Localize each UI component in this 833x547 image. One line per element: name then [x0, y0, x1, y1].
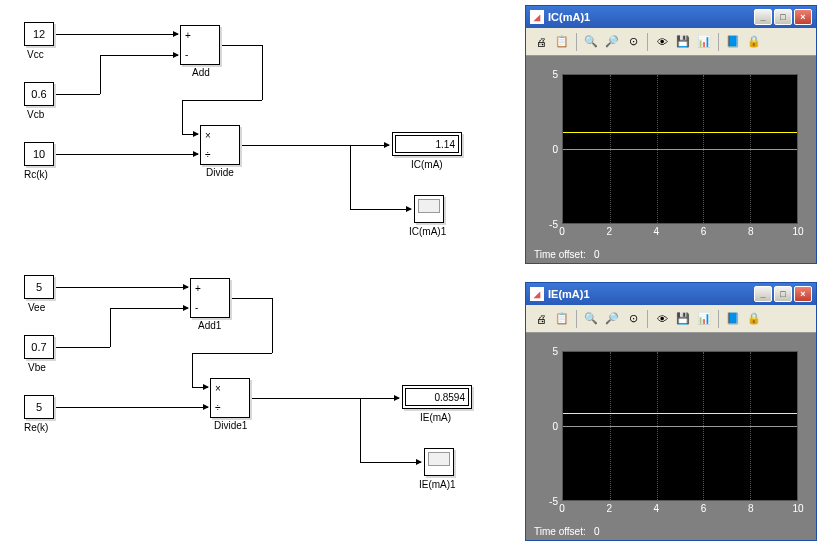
autoscale-icon[interactable]: 👁: [653, 310, 671, 328]
scope-ie-label: IE(mA)1: [419, 479, 456, 490]
divide-block-ie[interactable]: × ÷: [210, 378, 250, 418]
wire: [242, 145, 389, 146]
autoscale-icon[interactable]: 👁: [653, 33, 671, 51]
maximize-button[interactable]: □: [774, 286, 792, 302]
divide-block-ic[interactable]: × ÷: [200, 125, 240, 165]
constant-vee[interactable]: 5: [24, 275, 54, 299]
constant-re-value: 5: [36, 401, 42, 413]
scope-ic-toolbar: 🖨 📋 🔍 🔎 ⊙ 👁 💾 📊 📘 🔒: [526, 28, 816, 56]
save-icon[interactable]: 💾: [674, 33, 692, 51]
display-ic-value: 1.14: [436, 139, 455, 150]
scope-ie-plot[interactable]: [562, 351, 798, 501]
display-ie[interactable]: 0.8594: [402, 385, 472, 409]
scope-ic-label: IC(mA)1: [409, 226, 446, 237]
minimize-button[interactable]: _: [754, 286, 772, 302]
constant-rc-value: 10: [33, 148, 45, 160]
scope-ie-titlebar[interactable]: ◢ IE(mA)1 _ □ ×: [526, 283, 816, 305]
constant-vee-value: 5: [36, 281, 42, 293]
divide-ie-op2: ÷: [215, 402, 221, 413]
add-ie-sign2: -: [195, 302, 198, 313]
constant-rc-label: Rc(k): [24, 169, 48, 180]
constant-vcc[interactable]: 12: [24, 22, 54, 46]
save-icon[interactable]: 💾: [674, 310, 692, 328]
display-ic-label: IC(mA): [411, 159, 443, 170]
add-ic-sign2: -: [185, 49, 188, 60]
zoom-x-icon[interactable]: 🔎: [603, 310, 621, 328]
separator: [576, 310, 577, 328]
scope-ic-signal: [563, 132, 797, 133]
constant-vee-label: Vee: [28, 302, 45, 313]
float-icon[interactable]: 📘: [724, 33, 742, 51]
scope-ic-xticks: 0 2 4 6 8 10: [562, 224, 798, 238]
scope-ie-yticks: 5 0 -5: [536, 351, 558, 501]
separator: [647, 33, 648, 51]
app-icon: ◢: [530, 287, 544, 301]
wire: [360, 398, 361, 462]
close-button[interactable]: ×: [794, 286, 812, 302]
wire: [192, 353, 272, 354]
add-block-ic[interactable]: + -: [180, 25, 220, 65]
display-ic[interactable]: 1.14: [392, 132, 462, 156]
divide-ie-label: Divide1: [214, 420, 247, 431]
separator: [647, 310, 648, 328]
wire: [56, 154, 198, 155]
constant-vcb-label: Vcb: [27, 109, 44, 120]
print-icon[interactable]: 🖨: [532, 310, 550, 328]
zoom-x-icon[interactable]: 🔎: [603, 33, 621, 51]
maximize-button[interactable]: □: [774, 9, 792, 25]
scope-ic-plot[interactable]: [562, 74, 798, 224]
zoom-y-icon[interactable]: ⊙: [624, 310, 642, 328]
wire: [192, 353, 193, 387]
scope-ie-sink[interactable]: [424, 448, 454, 476]
scope-ie-toolbar: 🖨 📋 🔍 🔎 ⊙ 👁 💾 📊 📘 🔒: [526, 305, 816, 333]
wire: [350, 145, 351, 209]
add-ic-sign1: +: [185, 30, 191, 41]
zoom-in-icon[interactable]: 🔍: [582, 33, 600, 51]
constant-vcb-value: 0.6: [31, 88, 46, 100]
divide-ic-op2: ÷: [205, 149, 211, 160]
constant-rc[interactable]: 10: [24, 142, 54, 166]
minimize-button[interactable]: _: [754, 9, 772, 25]
wire: [56, 287, 188, 288]
wire: [56, 407, 208, 408]
restore-icon[interactable]: 📊: [695, 33, 713, 51]
close-button[interactable]: ×: [794, 9, 812, 25]
print-icon[interactable]: 🖨: [532, 33, 550, 51]
constant-vcc-label: Vcc: [27, 49, 44, 60]
wire: [232, 298, 272, 299]
scope-ic-footer: Time offset: 0: [526, 246, 816, 263]
scope-ie-footer: Time offset: 0: [526, 523, 816, 540]
add-ie-sign1: +: [195, 283, 201, 294]
scope-ic-sink[interactable]: [414, 195, 444, 223]
separator: [718, 310, 719, 328]
constant-vcb[interactable]: 0.6: [24, 82, 54, 106]
add-block-ie[interactable]: + -: [190, 278, 230, 318]
float-icon[interactable]: 📘: [724, 310, 742, 328]
params-icon[interactable]: 📋: [553, 310, 571, 328]
wire: [262, 45, 263, 100]
constant-vbe[interactable]: 0.7: [24, 335, 54, 359]
wire: [360, 462, 421, 463]
wire: [56, 34, 178, 35]
zoom-in-icon[interactable]: 🔍: [582, 310, 600, 328]
scope-ie-signal: [563, 413, 797, 414]
wire: [182, 100, 262, 101]
add-ie-label: Add1: [198, 320, 221, 331]
lock-icon[interactable]: 🔒: [745, 310, 763, 328]
params-icon[interactable]: 📋: [553, 33, 571, 51]
scope-ic-titlebar[interactable]: ◢ IC(mA)1 _ □ ×: [526, 6, 816, 28]
divide-ic-label: Divide: [206, 167, 234, 178]
zoom-y-icon[interactable]: ⊙: [624, 33, 642, 51]
wire: [110, 308, 111, 347]
lock-icon[interactable]: 🔒: [745, 33, 763, 51]
wire: [100, 55, 178, 56]
wire: [222, 45, 262, 46]
constant-re[interactable]: 5: [24, 395, 54, 419]
separator: [576, 33, 577, 51]
wire: [56, 94, 100, 95]
restore-icon[interactable]: 📊: [695, 310, 713, 328]
wire: [192, 387, 208, 388]
wire: [56, 347, 110, 348]
scope-ic-title-text: IC(mA)1: [548, 11, 752, 23]
wire: [252, 398, 399, 399]
